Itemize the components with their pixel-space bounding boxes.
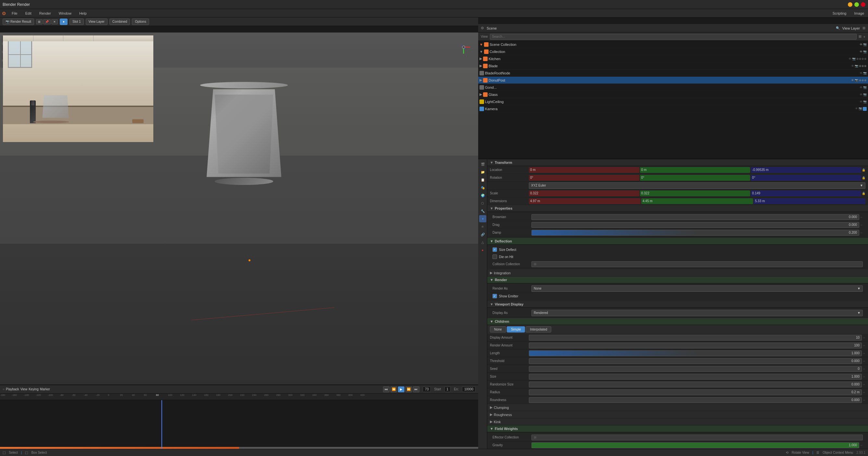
- show-emitter-checkbox[interactable]: [493, 294, 497, 298]
- scale-y-field[interactable]: 0.322: [640, 190, 750, 196]
- menu-render[interactable]: Render: [37, 11, 53, 16]
- outliner-add[interactable]: +: [864, 35, 865, 39]
- playhead[interactable]: [161, 400, 162, 449]
- start-frame[interactable]: 1: [444, 387, 451, 392]
- vis-eye[interactable]: 👁: [860, 43, 863, 46]
- roundness-value[interactable]: 0.000: [529, 397, 862, 403]
- scale-x-field[interactable]: 0.322: [529, 190, 639, 196]
- dim-z-field[interactable]: 5.33 m: [754, 198, 865, 204]
- prop-scene-icon[interactable]: 🎭: [479, 184, 486, 191]
- prop-world-icon[interactable]: 🌍: [479, 192, 486, 199]
- step-back-btn[interactable]: ⏪: [391, 387, 397, 392]
- end-frame[interactable]: 10000: [462, 387, 475, 392]
- lc-eye[interactable]: 👁: [860, 100, 863, 103]
- kam-cam[interactable]: 📷: [859, 107, 862, 111]
- combined-btn[interactable]: Combined: [110, 19, 130, 25]
- integration-header[interactable]: ▶ Integration: [487, 269, 868, 277]
- brownian-icon[interactable]: ↔: [860, 215, 863, 219]
- dim-x-field[interactable]: 4.97 m: [529, 198, 641, 204]
- sc-blade[interactable]: ▶ Blade 👁 📷 ⊕⊕⊕: [478, 62, 868, 69]
- threshold-value[interactable]: 0.000: [529, 358, 862, 364]
- brownian-value[interactable]: 0.000: [531, 214, 859, 220]
- frame-counter[interactable]: 73: [423, 387, 431, 392]
- prop-modifier-icon[interactable]: 🔧: [479, 207, 486, 214]
- prop-physics-icon[interactable]: ⚛: [479, 223, 486, 230]
- display-amount-value[interactable]: 10: [529, 335, 862, 341]
- dim-y-field[interactable]: 4.45 m: [641, 198, 753, 204]
- tab-none[interactable]: None: [490, 326, 506, 333]
- rot-x-field[interactable]: 0°: [529, 175, 639, 181]
- prop-output-icon[interactable]: 📁: [479, 169, 486, 176]
- kink-header[interactable]: ▶ Kink: [487, 418, 868, 425]
- keying-menu[interactable]: Keying: [29, 388, 39, 391]
- render-type-btn[interactable]: ●: [60, 19, 68, 25]
- drag-icon[interactable]: ↔: [860, 223, 863, 226]
- sc-scene-collection[interactable]: ▼ Scene Collection 👁 📷: [478, 41, 868, 48]
- outliner-view[interactable]: View: [481, 35, 488, 38]
- render-delete-btn[interactable]: ✕: [51, 19, 58, 24]
- loc-y-field[interactable]: 0 m: [640, 167, 750, 173]
- menu-help[interactable]: Help: [77, 11, 89, 16]
- lc-cam[interactable]: 📷: [863, 100, 867, 103]
- jump-start-btn[interactable]: ⏮: [383, 387, 390, 392]
- view-menu[interactable]: View: [21, 388, 28, 391]
- prop-render-icon[interactable]: 🎬: [479, 160, 486, 168]
- randomize-size-value[interactable]: 0.000: [529, 382, 862, 388]
- da-icon[interactable]: ↔: [863, 336, 865, 339]
- outliner-filter[interactable]: ⊞: [859, 34, 862, 39]
- menu-edit[interactable]: Edit: [23, 11, 33, 16]
- grav-icon[interactable]: ↔: [860, 444, 863, 447]
- sc-kitchen[interactable]: ▶ Kitchen 👁 📷 ⊕⊕⊕⊕: [478, 55, 868, 62]
- col-eye[interactable]: 👁: [860, 50, 863, 53]
- playback-menu[interactable]: Playback: [6, 388, 19, 391]
- render-pin-btn[interactable]: 📌: [43, 19, 51, 24]
- children-header[interactable]: ▼ Children: [487, 318, 868, 325]
- gravity-value[interactable]: 1.000: [531, 442, 859, 448]
- menu-scripting[interactable]: Scripting: [831, 11, 848, 16]
- sc-donutpost[interactable]: ▶ DonutPost 👁 📷 ⊕⊕⊕: [478, 77, 868, 84]
- gond-eye[interactable]: 👁: [860, 86, 863, 89]
- roughness-header[interactable]: ▶ Roughness: [487, 411, 868, 418]
- prop-constraints-icon[interactable]: 🔗: [479, 231, 486, 238]
- outliner-search[interactable]: [490, 34, 857, 40]
- vis-cam[interactable]: 📷: [863, 43, 867, 46]
- sc-glass[interactable]: ▶ Glass 👁 📷: [478, 91, 868, 98]
- render-as-dropdown[interactable]: None ▼: [531, 285, 863, 292]
- rot-y-field[interactable]: 0°: [640, 175, 750, 181]
- viewport-display-header[interactable]: ▼ Viewport Display: [487, 301, 868, 308]
- prop-particles-icon[interactable]: ✦: [479, 215, 486, 222]
- seed-icon[interactable]: ↔: [863, 367, 865, 370]
- rot-z-field[interactable]: 0°: [751, 175, 861, 181]
- thr-icon[interactable]: ↔: [863, 360, 865, 363]
- view-layer-btn[interactable]: View Layer: [86, 19, 107, 25]
- minimize-button[interactable]: [848, 2, 852, 7]
- prop-obj-icon[interactable]: ⬡: [479, 200, 486, 207]
- scale-z-field[interactable]: 0.149: [751, 190, 861, 196]
- sc-lightceiling[interactable]: LightCeiling 👁 📷: [478, 98, 868, 105]
- prop-view-icon[interactable]: 📋: [479, 176, 486, 183]
- timeline-track[interactable]: [0, 400, 478, 449]
- length-value[interactable]: 1.000: [529, 351, 862, 356]
- maximize-button[interactable]: [855, 2, 859, 7]
- sc-gond[interactable]: Gond... 👁 📷: [478, 84, 868, 91]
- close-button[interactable]: [861, 2, 865, 7]
- rad-icon[interactable]: ↔: [863, 391, 865, 394]
- menu-image[interactable]: Image: [852, 11, 866, 16]
- render-result-btn[interactable]: 📷 Render Result: [3, 19, 34, 25]
- dp-cam[interactable]: 📷: [855, 79, 858, 82]
- filter-icon[interactable]: ⊞: [863, 26, 865, 30]
- menu-blender[interactable]: ⊙: [2, 11, 6, 16]
- drag-value[interactable]: 0.000: [531, 222, 859, 228]
- step-fwd-btn[interactable]: ⏩: [405, 387, 412, 392]
- kam-eye[interactable]: 👁: [855, 107, 858, 111]
- options-btn[interactable]: Options: [132, 19, 149, 25]
- effector-collection-value[interactable]: ⊞: [531, 434, 863, 440]
- viewport-3d[interactable]: ↔ ⟲ ⇔ 📷: [0, 32, 478, 385]
- round-icon[interactable]: ↔: [863, 398, 865, 402]
- blade-eye[interactable]: 👁: [851, 64, 854, 68]
- kitchen-cam[interactable]: 📷: [852, 57, 856, 60]
- glass-cam[interactable]: 📷: [863, 93, 867, 96]
- brn-eye[interactable]: 👁: [860, 71, 863, 75]
- sz-icon[interactable]: ↔: [863, 375, 865, 378]
- deflection-header[interactable]: ▼ Deflection: [487, 238, 868, 245]
